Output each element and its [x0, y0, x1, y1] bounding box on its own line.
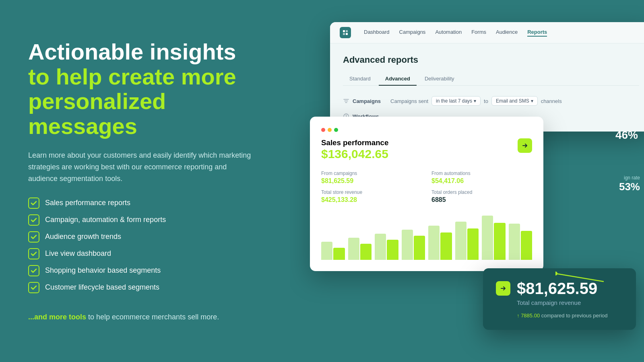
- bar-bright: [467, 228, 479, 260]
- check-icon: [28, 248, 39, 259]
- to-label: to: [484, 98, 488, 104]
- bar-light: [375, 234, 386, 260]
- bar-group-6: [455, 222, 479, 260]
- metric-campaigns-label: From campaigns: [321, 171, 422, 176]
- stat-arrow-button[interactable]: [496, 281, 510, 296]
- metric-orders-label: Total orders placed: [431, 189, 532, 195]
- connector-bottom: [555, 257, 604, 290]
- headline: Actionable insights to help create more …: [28, 39, 262, 138]
- reports-title: Advanced reports: [343, 55, 639, 65]
- headline-white: Actionable insights: [28, 39, 236, 64]
- campaigns-filter-label[interactable]: Campaigns: [353, 98, 381, 104]
- right-panel: Dashboard Campaigns Automation Forms Aud…: [290, 0, 644, 362]
- tab-advanced[interactable]: Advanced: [379, 72, 417, 86]
- channels-label: channels: [541, 98, 562, 104]
- sales-info: Sales performance $136,042.65: [321, 138, 388, 161]
- close-dot: [321, 128, 325, 132]
- channel-dropdown[interactable]: Email and SMS ▾: [491, 96, 538, 106]
- nav-item-forms[interactable]: Forms: [471, 29, 486, 37]
- float-rate-section: ign rate 53%: [619, 175, 640, 193]
- metric-store-value: $425,133.28: [321, 196, 422, 204]
- sales-title: Sales performance: [321, 138, 388, 147]
- comparison-value: 7885.00: [521, 313, 540, 319]
- bar-bright: [494, 223, 505, 260]
- nav-item-reports[interactable]: Reports: [527, 29, 547, 37]
- metric-orders: Total orders placed 6885: [431, 189, 532, 204]
- footer-highlight: ...and more tools: [28, 313, 86, 321]
- arrow-right-icon: [521, 142, 528, 149]
- svg-rect-5: [346, 33, 348, 35]
- float-rate-label: ign rate: [619, 175, 640, 181]
- check-icon: [28, 231, 39, 243]
- arrow-right-icon: [500, 285, 507, 292]
- sales-card-header: Sales performance $136,042.65: [321, 138, 532, 161]
- bar-group-8: [509, 224, 533, 260]
- report-tabs: Standard Advanced Deliverability: [343, 72, 639, 86]
- campaign-icon: [343, 98, 349, 104]
- bar-light: [482, 216, 493, 260]
- up-arrow-icon: ↑: [517, 313, 521, 319]
- list-item: Customer lifecycle based segments: [28, 282, 262, 293]
- minimize-dot: [328, 128, 332, 132]
- metric-orders-value: 6885: [431, 196, 532, 204]
- nav-item-automation[interactable]: Automation: [435, 29, 462, 37]
- bar-light: [321, 242, 332, 260]
- float-percent-top: 46%: [615, 129, 638, 142]
- nav-bar: Dashboard Campaigns Automation Forms Aud…: [330, 22, 644, 43]
- svg-rect-3: [346, 30, 348, 32]
- comparison-text: compared to previous period: [541, 313, 608, 319]
- bar-bright: [521, 231, 532, 260]
- nav-items: Dashboard Campaigns Automation Forms Aud…: [364, 29, 547, 37]
- metric-automations: From automations $54,417.06: [431, 171, 532, 185]
- bar-bright: [387, 240, 398, 260]
- nav-logo: [340, 27, 351, 38]
- bar-light: [348, 238, 359, 260]
- check-icon: [28, 282, 39, 293]
- nav-item-dashboard[interactable]: Dashboard: [364, 29, 390, 37]
- window-controls: [321, 128, 532, 132]
- svg-rect-4: [343, 33, 345, 35]
- bar-bright: [414, 236, 425, 260]
- bar-light: [428, 226, 440, 260]
- metric-store-label: Total store revenue: [321, 189, 422, 195]
- list-item: Audience growth trends: [28, 231, 262, 243]
- footer-text: ...and more tools to help ecommerce merc…: [28, 312, 262, 323]
- svg-rect-2: [343, 30, 345, 32]
- check-icon: [28, 265, 39, 276]
- reports-card: Dashboard Campaigns Automation Forms Aud…: [330, 22, 644, 132]
- period-dropdown[interactable]: in the last 7 days ▾: [431, 96, 481, 106]
- sales-metrics: From campaigns $81,625.59 From automatio…: [321, 171, 532, 204]
- metric-automations-label: From automations: [431, 171, 532, 176]
- left-panel: Actionable insights to help create more …: [0, 0, 290, 362]
- description: Learn more about your customers and easi…: [28, 150, 254, 184]
- list-item: Sales performance reports: [28, 197, 262, 209]
- check-icon: [28, 197, 39, 209]
- sales-arrow-button[interactable]: [518, 138, 532, 153]
- metric-automations-value: $54,417.06: [431, 177, 532, 185]
- metric-campaigns: From campaigns $81,625.59: [321, 171, 422, 185]
- tab-standard[interactable]: Standard: [343, 72, 377, 86]
- stat-comparison: ↑ 7885.00 compared to previous period: [517, 313, 608, 319]
- maximize-dot: [334, 128, 338, 132]
- bar-group-1: [321, 242, 345, 260]
- nav-item-audience[interactable]: Audience: [496, 29, 518, 37]
- bar-light: [509, 224, 520, 260]
- bar-bright: [440, 232, 452, 260]
- list-item: Shopping behavior based segments: [28, 265, 262, 276]
- check-icon: [28, 214, 39, 226]
- bar-bright: [333, 248, 345, 260]
- bar-light: [402, 230, 413, 260]
- bar-group-2: [348, 238, 372, 260]
- float-percent-mid: 53%: [619, 181, 640, 193]
- filter-row-campaigns: Campaigns Campaigns sent in the last 7 d…: [343, 94, 639, 108]
- checklist: Sales performance reports Campaign, auto…: [28, 197, 262, 299]
- bar-group-3: [375, 234, 398, 260]
- tab-deliverability[interactable]: Deliverability: [418, 72, 461, 86]
- metric-store-revenue: Total store revenue $425,133.28: [321, 189, 422, 204]
- sales-total: $136,042.65: [321, 147, 388, 161]
- nav-item-campaigns[interactable]: Campaigns: [399, 29, 426, 37]
- bar-group-4: [402, 230, 425, 260]
- sales-card: Sales performance $136,042.65 From campa…: [310, 117, 543, 271]
- metric-campaigns-value: $81,625.59: [321, 177, 422, 185]
- stat-label: Total campaign revenue: [517, 299, 608, 306]
